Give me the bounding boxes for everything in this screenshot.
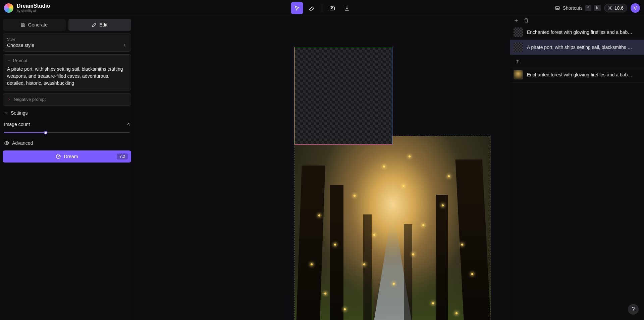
avatar-initial: V bbox=[634, 5, 637, 11]
erase-tool[interactable] bbox=[306, 2, 318, 14]
help-button[interactable]: ? bbox=[628, 304, 639, 315]
brand-text: DreamStudio by stability.ai bbox=[17, 3, 50, 13]
layer-label: Enchanted forest with glowing fireflies … bbox=[527, 72, 632, 77]
brand-subtitle: by stability.ai bbox=[17, 9, 50, 13]
export-icon bbox=[515, 58, 520, 64]
plus-icon[interactable] bbox=[514, 18, 519, 23]
main: Generate Edit Style Choose style Prompt … bbox=[0, 16, 644, 320]
brand-name: DreamStudio bbox=[17, 3, 50, 9]
negative-prompt-section[interactable]: Negative prompt bbox=[3, 93, 131, 106]
prompt-header[interactable]: Prompt bbox=[7, 58, 127, 63]
layer-item-2[interactable]: Enchanted forest with glowing fireflies … bbox=[510, 67, 644, 82]
forest-image bbox=[295, 136, 491, 320]
svg-rect-6 bbox=[21, 25, 22, 26]
canvas-toolbar bbox=[291, 2, 353, 14]
canvas-image-layer[interactable] bbox=[294, 136, 491, 320]
header-right: Shortcuts ^ K 10.6 V bbox=[555, 3, 640, 13]
svg-rect-4 bbox=[21, 23, 22, 24]
snapshot-tool[interactable] bbox=[326, 2, 338, 14]
keyboard-icon bbox=[555, 5, 560, 11]
layer-item-1[interactable]: A pirate port, with ships setting sail, … bbox=[510, 40, 644, 55]
image-count-label: Image count bbox=[4, 122, 30, 127]
image-count-value: 4 bbox=[127, 122, 130, 127]
camera-icon bbox=[329, 5, 335, 11]
generation-frame[interactable] bbox=[294, 47, 392, 145]
prompt-label: Prompt bbox=[13, 58, 27, 63]
svg-point-8 bbox=[6, 142, 7, 144]
layer-label: Enchanted forest with glowing fireflies … bbox=[527, 29, 632, 35]
svg-rect-2 bbox=[555, 7, 559, 9]
layer-item-0[interactable]: Enchanted forest with glowing fireflies … bbox=[510, 25, 644, 40]
download-tool[interactable] bbox=[341, 2, 353, 14]
cursor-icon bbox=[294, 5, 300, 11]
canvas-area[interactable] bbox=[134, 16, 510, 320]
layer-thumb-icon bbox=[514, 27, 523, 37]
layer-label: A pirate port, with ships setting sail, … bbox=[527, 45, 632, 50]
shortcut-key-2: K bbox=[594, 5, 601, 11]
select-tool[interactable] bbox=[291, 2, 303, 14]
grid-icon bbox=[21, 22, 25, 27]
tab-generate[interactable]: Generate bbox=[3, 19, 66, 31]
chevron-right-icon bbox=[122, 43, 127, 48]
mode-tabs: Generate Edit bbox=[3, 19, 131, 31]
style-select[interactable]: Choose style bbox=[7, 43, 127, 48]
svg-point-3 bbox=[609, 7, 611, 9]
eye-icon bbox=[4, 140, 9, 146]
trash-icon[interactable] bbox=[524, 18, 529, 23]
help-label: ? bbox=[632, 306, 635, 312]
svg-rect-0 bbox=[330, 7, 335, 10]
layer-thumb-icon bbox=[514, 70, 523, 79]
toolbar-divider bbox=[322, 4, 322, 12]
tab-generate-label: Generate bbox=[28, 22, 48, 27]
style-label: Style bbox=[7, 37, 127, 41]
left-panel: Generate Edit Style Choose style Prompt … bbox=[0, 16, 134, 320]
shortcuts-label: Shortcuts bbox=[563, 5, 583, 11]
credits-icon bbox=[608, 6, 612, 10]
right-panel: Enchanted forest with glowing fireflies … bbox=[510, 16, 644, 320]
eraser-icon bbox=[309, 5, 315, 11]
svg-rect-5 bbox=[23, 23, 25, 24]
dream-button[interactable]: Dream 7.2 bbox=[3, 150, 131, 163]
layer-toolbar bbox=[510, 16, 644, 25]
advanced-toggle[interactable]: Advanced bbox=[3, 138, 131, 148]
dream-label: Dream bbox=[64, 154, 78, 159]
svg-rect-7 bbox=[23, 25, 25, 26]
dream-cost: 7.2 bbox=[117, 153, 128, 159]
layer-thumb-icon bbox=[514, 43, 523, 52]
negative-prompt-label: Negative prompt bbox=[14, 97, 46, 102]
settings-label: Settings bbox=[11, 110, 28, 116]
chevron-down-icon bbox=[7, 59, 11, 63]
moon-sparkle-icon bbox=[56, 154, 61, 159]
layer-export[interactable] bbox=[510, 55, 644, 67]
shortcut-key-1: ^ bbox=[585, 5, 591, 11]
tab-edit-label: Edit bbox=[99, 22, 107, 27]
app-header: DreamStudio by stability.ai Shortcuts ^ … bbox=[0, 0, 644, 16]
svg-point-1 bbox=[331, 7, 333, 9]
credits-value: 10.6 bbox=[614, 5, 624, 11]
tab-edit[interactable]: Edit bbox=[68, 19, 131, 31]
settings-header[interactable]: Settings bbox=[3, 108, 131, 118]
chevron-right-icon bbox=[7, 98, 11, 102]
prompt-text[interactable]: A pirate port, with ships setting sail, … bbox=[7, 66, 127, 87]
style-section: Style Choose style bbox=[3, 34, 131, 52]
shortcuts-button[interactable]: Shortcuts ^ K bbox=[555, 5, 601, 11]
brand: DreamStudio by stability.ai bbox=[4, 3, 50, 13]
pencil-icon bbox=[92, 22, 97, 27]
image-count-slider[interactable] bbox=[4, 132, 130, 133]
logo-icon bbox=[4, 3, 13, 13]
advanced-label: Advanced bbox=[12, 140, 33, 146]
credits-pill[interactable]: 10.6 bbox=[604, 4, 627, 12]
chevron-down-icon bbox=[4, 111, 8, 115]
prompt-section: Prompt A pirate port, with ships setting… bbox=[3, 54, 131, 90]
style-value: Choose style bbox=[7, 43, 34, 48]
image-count-row: Image count 4 bbox=[3, 120, 131, 128]
download-icon bbox=[344, 5, 350, 11]
avatar[interactable]: V bbox=[631, 3, 640, 13]
